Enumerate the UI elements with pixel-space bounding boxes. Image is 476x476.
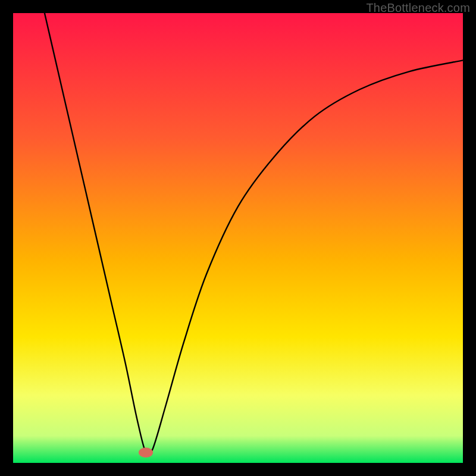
chart-frame xyxy=(13,13,463,463)
chart-background xyxy=(13,13,463,463)
watermark-text: TheBottleneck.com xyxy=(366,1,470,15)
curve-minimum-marker xyxy=(139,447,153,458)
chart-svg xyxy=(13,13,463,463)
